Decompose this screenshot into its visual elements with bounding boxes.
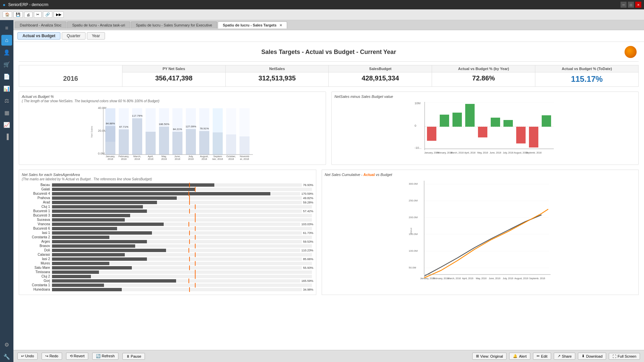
- svg-text:2016: 2016: [108, 158, 113, 161]
- revert-icon: ⟲: [70, 354, 73, 358]
- hbar-pct-label: 55.93%: [303, 266, 314, 269]
- svg-text:0: 0: [415, 124, 416, 127]
- sidebar-item-menu[interactable]: ≡: [1, 23, 12, 34]
- hbar-ref-line: [189, 191, 189, 196]
- toolbar-save[interactable]: 💾: [13, 11, 23, 18]
- tab-sales-targets[interactable]: Spatiu de lucru - Sales Targets ✕: [218, 21, 287, 28]
- hbar-label: Bacau: [22, 183, 52, 187]
- tab-sales-summary[interactable]: Spatiu de lucru - Sales Summary for Exec…: [131, 21, 217, 28]
- toolbar-home[interactable]: 🏠: [3, 11, 12, 18]
- hbar-bar-container: [52, 196, 302, 200]
- svg-text:78.91%: 78.91%: [200, 127, 209, 130]
- toolbar-forward[interactable]: ▶▶: [54, 11, 64, 18]
- hbar-bar-container: [52, 201, 302, 204]
- svg-text:June, 2016: June, 2016: [490, 152, 501, 154]
- tab-close-icon[interactable]: ✕: [279, 23, 282, 27]
- sidebar-item-settings[interactable]: ⚙: [1, 339, 12, 350]
- svg-text:August, 2016: August, 2016: [515, 277, 528, 280]
- subtab-actual-vs-budget[interactable]: Actual vs Budget: [17, 32, 60, 40]
- hbar-label: Arad: [22, 200, 52, 204]
- hbar-row: Iasi 161.73%: [22, 231, 313, 235]
- sidebar-item-home[interactable]: ⌂: [1, 35, 12, 46]
- hbar-ref-line: [195, 274, 196, 279]
- hbar-ref-line: [195, 204, 196, 209]
- logo-circle: [625, 46, 637, 58]
- bar-chart-svg: 40.0M 20.0M 0.0M Net Sales 84.88%: [22, 105, 323, 162]
- fullscreen-button[interactable]: ⛶ Full Screen: [609, 353, 640, 360]
- hbar-fill: [52, 201, 157, 204]
- sidebar-item-user[interactable]: 👤: [1, 47, 12, 58]
- minimize-button[interactable]: ─: [621, 2, 627, 8]
- hbar-bar-container: [52, 209, 302, 213]
- cumulative-svg: 300.0M 250.0M 200.0M 150.0M 100.0M 50.0M…: [325, 177, 636, 285]
- kpi-year-value: 2016: [22, 75, 119, 82]
- toolbar-cut[interactable]: ✂: [34, 11, 42, 18]
- toolbar-link[interactable]: 🔗: [43, 11, 52, 18]
- waterfall-svg: 10M 0 -10...: [334, 99, 636, 156]
- svg-rect-16: [132, 118, 142, 155]
- subtab-quarter[interactable]: Quarter: [62, 32, 86, 40]
- brand-logo: [623, 45, 639, 59]
- subtab-year[interactable]: Year: [87, 32, 105, 40]
- share-button[interactable]: ↗ Share: [554, 353, 575, 360]
- hbar-ref-line: [189, 239, 190, 244]
- sidebar-item-grid[interactable]: ▦: [1, 107, 12, 118]
- sidebar-item-doc[interactable]: 📄: [1, 71, 12, 82]
- close-button[interactable]: ✕: [635, 2, 641, 8]
- status-right: ⊞ View: Original 🔔 Alert ✏ Edit ↗ Share …: [472, 353, 640, 360]
- revert-button[interactable]: ⟲ Revert: [66, 353, 88, 360]
- svg-text:67.71%: 67.71%: [119, 125, 128, 128]
- sidebar-item-chart[interactable]: 📊: [1, 83, 12, 94]
- sidebar-item-cart[interactable]: 🛒: [1, 59, 12, 70]
- hbar-ref-line: [189, 183, 190, 187]
- svg-text:2016: 2016: [121, 158, 127, 161]
- undo-button[interactable]: ↩ Undo: [17, 353, 38, 360]
- hbar-bar-container: [52, 231, 302, 235]
- view-original-button[interactable]: ⊞ View: Original: [472, 353, 507, 360]
- hbar-row: Constanta 1: [22, 283, 313, 287]
- svg-text:2016: 2016: [228, 158, 234, 161]
- pause-button[interactable]: ⏸ Pause: [122, 353, 145, 360]
- toolbar-print[interactable]: 🖨: [24, 12, 33, 18]
- hbar-row: Suceava: [22, 218, 313, 222]
- hbar-ref-line: [189, 257, 190, 261]
- hbar-row: Gorj165.59%: [22, 279, 313, 283]
- sidebar-item-scale[interactable]: ⚖: [1, 95, 12, 106]
- tab-analiza-stoc[interactable]: Dashboard - Analiza Stoc: [15, 21, 66, 28]
- tab-task-uri[interactable]: Spatiu de lucru - Analiza task-uri: [67, 21, 130, 28]
- sidebar-item-bar[interactable]: ▐: [1, 131, 12, 142]
- hbar-bar-container: [52, 270, 312, 274]
- hbar-ref-line: [195, 270, 196, 275]
- edit-button[interactable]: ✏ Edit: [533, 353, 551, 360]
- svg-rect-21: [146, 132, 156, 155]
- maximize-button[interactable]: □: [628, 2, 634, 8]
- hbar-label: Bucuresti 6: [22, 227, 52, 230]
- svg-rect-40: [199, 131, 209, 155]
- hbar-label: Bucuresti 1: [22, 209, 52, 213]
- svg-rect-71: [516, 127, 526, 143]
- app-layout: ≡ ⌂ 👤 🛒 📄 📊 ⚖ ▦ 📈 ▐ ⚙ 🔧 Dashboard - Anal…: [0, 20, 644, 362]
- hbar-row: Timisoara: [22, 270, 313, 274]
- hbar-label: Satu Mare: [22, 266, 52, 269]
- hbar-fill: [52, 231, 152, 235]
- sidebar-item-tools[interactable]: 🔧: [1, 351, 12, 362]
- svg-text:-10...: -10...: [415, 146, 422, 149]
- hbar-fill: [52, 188, 195, 191]
- hbar-ref-line: [195, 218, 196, 222]
- download-button[interactable]: ⬇ Download: [578, 353, 606, 360]
- edit-icon: ✏: [537, 354, 540, 358]
- hbar-bar-container: [52, 288, 302, 291]
- hbar-row: Calarasi: [22, 253, 313, 256]
- redo-button[interactable]: ↪ Redo: [42, 353, 62, 360]
- hbar-pct-label: 85.66%: [303, 257, 314, 261]
- waterfall-chart-area: 10M 0 -10...: [334, 99, 636, 156]
- hbar-pct-label: 170.59%: [302, 192, 314, 195]
- hbar-fill: [52, 244, 135, 248]
- sidebar-item-graph[interactable]: 📈: [1, 119, 12, 130]
- alert-button[interactable]: 🔔 Alert: [509, 353, 530, 360]
- refresh-button[interactable]: 🔄 Refresh: [92, 353, 118, 360]
- window-controls[interactable]: ─ □ ✕: [621, 2, 641, 8]
- svg-text:84.21%: 84.21%: [173, 128, 182, 131]
- svg-rect-6: [105, 126, 115, 155]
- svg-text:117.79%: 117.79%: [132, 114, 143, 117]
